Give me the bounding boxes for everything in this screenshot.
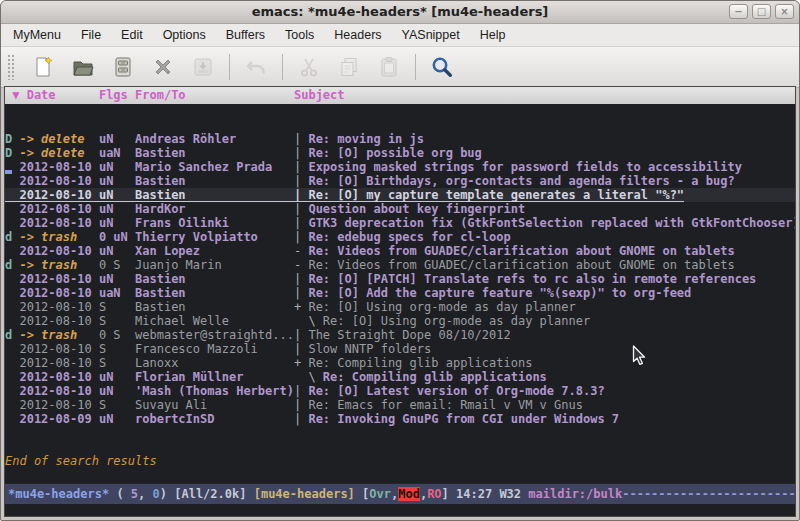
- message-row[interactable]: 2012-08-09uNrobertcInSD| Re: Invoking Gn…: [5, 412, 795, 426]
- message-row[interactable]: 2012-08-10SFrancesco Mazzoli| Slow NNTP …: [5, 342, 795, 356]
- message-row[interactable]: 2012-08-10SBastien+ Re: [O] Using org-mo…: [5, 300, 795, 314]
- message-row-text: 2012-08-10uNXan Lopez- Re: Videos from G…: [5, 244, 735, 258]
- search-button[interactable]: [430, 55, 454, 79]
- message-row[interactable]: 2012-08-10uNBastien| Re: [O] [PATCH] Tra…: [5, 272, 795, 286]
- fringe-position-marker: [5, 170, 12, 174]
- message-row[interactable]: 2012-08-10SSuvayu Ali| Re: Emacs for ema…: [5, 398, 795, 412]
- message-row[interactable]: d-> trash0 Swebmaster@straightd...| The …: [5, 328, 795, 342]
- menu-yasnippet[interactable]: YASnippet: [392, 24, 470, 46]
- row-flags: uN: [99, 244, 135, 258]
- row-subject: Re: Compiling glib applications: [316, 370, 547, 384]
- message-row[interactable]: 2012-08-10uN'Mash (Thomas Herbert)| Re: …: [5, 384, 795, 398]
- modeline-buffer-name: *mu4e-headers*: [8, 487, 109, 501]
- row-subject: Re: Invoking GnuPG from CGI under Window…: [301, 412, 619, 426]
- row-flags: uN: [99, 202, 135, 216]
- copy-button: [337, 55, 361, 79]
- message-row[interactable]: 2012-08-10uNFlorian Müllner \ Re: Compil…: [5, 370, 795, 384]
- maximize-button[interactable]: □: [752, 4, 771, 19]
- message-row[interactable]: 2012-08-10uNFrans Oilinki| GTK3 deprecat…: [5, 216, 795, 230]
- message-row[interactable]: D-> deleteuNAndreas Röhler| Re: moving i…: [5, 132, 795, 146]
- sort-descending-icon: ▼: [5, 87, 19, 104]
- mode-line[interactable]: *mu4e-headers* ( 5, 0) [All/2.0k] [mu4e-…: [5, 483, 795, 504]
- undo-button: [244, 55, 268, 79]
- menu-buffers[interactable]: Buffers: [216, 24, 275, 46]
- row-from: webmaster@straightd...: [135, 328, 294, 342]
- message-row[interactable]: 2012-08-10uNXan Lopez- Re: Videos from G…: [5, 244, 795, 258]
- row-subject: Re: [O] Latest version of Org-mode 7.8.3…: [301, 384, 604, 398]
- row-date: 2012-08-10: [19, 272, 98, 286]
- row-subject: Re: edebug specs for cl-loop: [301, 230, 511, 244]
- row-date: 2012-08-10: [19, 370, 98, 384]
- message-row-text: d-> trash0 uNThierry Volpiatto| Re: edeb…: [5, 230, 511, 244]
- row-subject: Re: [O] my capture template generates a …: [301, 188, 684, 202]
- message-row[interactable]: d-> trash0 SJuanjo Marin- Re: Videos fro…: [5, 258, 795, 272]
- new-file-button[interactable]: [31, 55, 55, 79]
- headers-column-bar: ▼DateFlgsFrom/ToSubject: [5, 87, 795, 104]
- row-from: robertcInSD: [135, 412, 294, 426]
- row-date: 2012-08-10: [19, 202, 98, 216]
- row-flags: S: [99, 300, 135, 314]
- row-flags: S: [99, 342, 135, 356]
- row-date: 2012-08-10: [19, 384, 98, 398]
- minimize-button[interactable]: −: [729, 4, 748, 19]
- row-flags: uaN: [99, 286, 135, 300]
- echo-area[interactable]: [5, 504, 795, 516]
- modeline-position-comma: ,: [138, 487, 152, 501]
- menu-edit[interactable]: Edit: [111, 24, 153, 46]
- row-flags: uN: [99, 384, 135, 398]
- title-bar[interactable]: emacs: *mu4e-headers* [mu4e-headers] −□×: [1, 1, 799, 24]
- row-from: Michael Welle: [135, 314, 294, 328]
- message-row[interactable]: 2012-08-10uNMario Sanchez Prada| Exposin…: [5, 160, 795, 174]
- open-file-button[interactable]: [71, 55, 95, 79]
- close-buffer-button[interactable]: [151, 55, 175, 79]
- message-row[interactable]: 2012-08-10SLanoxx+ Re: Compiling glib ap…: [5, 356, 795, 370]
- close-button[interactable]: ×: [775, 4, 794, 19]
- row-date: 2012-08-10: [19, 356, 98, 370]
- row-flags: uaN: [99, 146, 135, 160]
- menu-options[interactable]: Options: [153, 24, 216, 46]
- row-date: 2012-08-10: [19, 286, 98, 300]
- message-row[interactable]: 2012-08-10SMichael Welle \ Re: [O] Using…: [5, 314, 795, 328]
- message-row[interactable]: 2012-08-10uNHardKor| Question about key …: [5, 202, 795, 216]
- menu-tools[interactable]: Tools: [275, 24, 324, 46]
- message-row[interactable]: D-> deleteuaNBastien| Re: [O] possible o…: [5, 146, 795, 160]
- toolbar-separator: [229, 54, 230, 80]
- new-file-icon: [31, 55, 55, 79]
- row-from: Bastien: [135, 146, 294, 160]
- row-date: -> trash: [19, 328, 98, 342]
- toolbar-grip-handle[interactable]: [7, 54, 15, 80]
- row-date: 2012-08-10: [19, 174, 98, 188]
- row-mark: D: [5, 146, 19, 160]
- message-row-text: 2012-08-10uNFrans Oilinki| GTK3 deprecat…: [5, 216, 795, 230]
- row-flags: uN: [99, 160, 135, 174]
- row-flags: S: [99, 314, 135, 328]
- menu-help[interactable]: Help: [470, 24, 516, 46]
- message-row-text: 2012-08-10uNBastien| Re: [O] my capture …: [5, 188, 684, 202]
- row-subject: Re: Compiling glib applications: [301, 356, 532, 370]
- modeline-size-indicator: ) [All/2.0k]: [160, 487, 254, 501]
- window-controls: −□×: [729, 4, 794, 19]
- save-buffer-button[interactable]: [111, 55, 135, 79]
- row-date: 2012-08-10: [19, 160, 98, 174]
- copy-icon: [337, 55, 361, 79]
- emacs-window: emacs: *mu4e-headers* [mu4e-headers] −□×…: [0, 0, 800, 521]
- message-row-text: 2012-08-10SMichael Welle \ Re: [O] Using…: [5, 314, 590, 328]
- message-row[interactable]: d-> trash0 uNThierry Volpiatto| Re: edeb…: [5, 230, 795, 244]
- column-from-to: From/To: [135, 87, 294, 104]
- menubar: MyMenuFileEditOptionsBuffersToolsHeaders…: [1, 24, 799, 47]
- message-row[interactable]: 2012-08-10uNBastien| Re: [O] Birthdays, …: [5, 174, 795, 188]
- row-date: 2012-08-10: [19, 314, 98, 328]
- message-row-text: d-> trash0 SJuanjo Marin- Re: Videos fro…: [5, 258, 735, 272]
- message-row[interactable]: 2012-08-10uNBastien| Re: [O] my capture …: [5, 188, 795, 202]
- message-row[interactable]: 2012-08-10uaNBastien| Re: [O] Add the ca…: [5, 286, 795, 300]
- menu-headers[interactable]: Headers: [324, 24, 391, 46]
- row-thread-prefix: \: [294, 370, 316, 384]
- row-flags: uN: [99, 370, 135, 384]
- menu-mymenu[interactable]: MyMenu: [3, 24, 71, 46]
- row-flags: S: [99, 356, 135, 370]
- menu-file[interactable]: File: [71, 24, 111, 46]
- row-flags: uN: [99, 132, 135, 146]
- message-row-text: 2012-08-10SBastien+ Re: [O] Using org-mo…: [5, 300, 576, 314]
- save-buffer-icon: [111, 55, 135, 79]
- row-subject: Re: [O] Using org-mode as day planner: [301, 300, 576, 314]
